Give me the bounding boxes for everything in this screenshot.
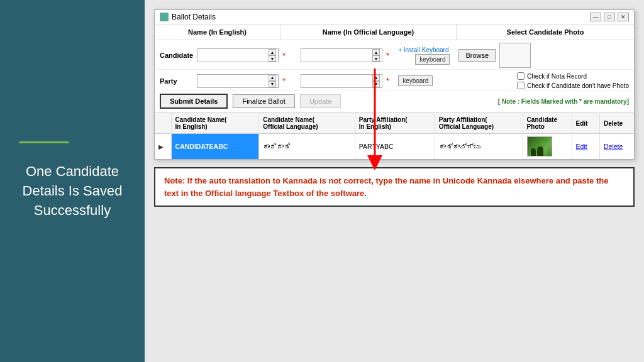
candidate-official-arrows[interactable]: ▲ ▼ [372, 49, 380, 62]
window-titlebar: Ballot Details — □ ✕ [155, 10, 634, 25]
party-official-required: * [386, 76, 389, 85]
col-party-en: Party Affiliation(In English) [355, 113, 435, 134]
candidate-photo-area: Browse [458, 43, 531, 68]
delete-cell[interactable]: Delete [600, 134, 634, 160]
edit-cell[interactable]: Edit [572, 134, 599, 160]
col-edit: Edit [572, 113, 599, 134]
browse-button[interactable]: Browse [458, 49, 496, 62]
arrow-up-2[interactable]: ▲ [372, 49, 380, 55]
candidate-form-row: Candidate ▲ ▼ * ▲ ▼ [155, 40, 634, 70]
candidate-name-en-cell: CANDIDATEABC [171, 134, 259, 160]
sidebar: One Candidate Details Is Saved Successfu… [0, 0, 145, 362]
note-box: Note: If the auto translation to Kannada… [154, 167, 635, 207]
window-body: Name (In English) Name (In Official Lang… [155, 25, 634, 159]
party-english-required: * [282, 76, 286, 85]
update-button[interactable]: Update [300, 94, 341, 108]
edit-link[interactable]: Edit [576, 143, 587, 150]
party-form-row: Party ▲ ▼ * ▲ ▼ [155, 70, 634, 91]
delete-link[interactable]: Delete [604, 143, 623, 150]
column-headers-row: Name (In English) Name (In Official Lang… [155, 25, 634, 40]
table-row: ▶ CANDIDATEABC ಕಾಂದಿದಾತಿ PARTYABC ಕಾತ್ಕಾ… [155, 134, 634, 160]
keyboard-area: + Install Keyboard keyboard [398, 47, 450, 65]
ballot-details-window: Ballot Details — □ ✕ Name (In English) N… [154, 9, 635, 160]
sidebar-accent-line [19, 141, 69, 143]
no-photo-label: Check if Candidate don't have Photo [527, 82, 629, 89]
col-photo: CandidatePhoto [523, 113, 572, 134]
row-arrow-cell: ▶ [155, 134, 171, 160]
checkbox-area: Check if Nota Record Check if Candidate … [517, 72, 629, 89]
close-button[interactable]: ✕ [618, 13, 629, 21]
maximize-button[interactable]: □ [604, 13, 615, 21]
candidate-official-required: * [386, 51, 389, 60]
arrow-down-3[interactable]: ▼ [269, 81, 276, 87]
candidate-english-required: * [282, 51, 286, 60]
candidate-english-combo[interactable]: ▲ ▼ [197, 48, 279, 62]
col-party-official: Party Affiliation(Official Language) [435, 113, 523, 134]
party-official-cell: ಕಾತ್ಕಾನ್ಗ್ಬು [435, 134, 523, 160]
party-en-cell: PARTYABC [355, 134, 435, 160]
window-controls[interactable]: — □ ✕ [590, 13, 629, 21]
action-bar: Submit Details Finalize Ballot Update [ … [155, 91, 634, 112]
arrow-up-4[interactable]: ▲ [372, 75, 380, 81]
minimize-button[interactable]: — [590, 13, 601, 21]
arrow-up[interactable]: ▲ [269, 49, 276, 55]
party-keyboard-button[interactable]: keyboard [398, 75, 433, 86]
party-english-combo[interactable]: ▲ ▼ [197, 74, 279, 88]
party-official-arrows[interactable]: ▲ ▼ [372, 75, 380, 87]
row-arrow-icon: ▶ [158, 143, 164, 150]
window-title-area: Ballot Details [160, 13, 216, 21]
candidate-label: Candidate [160, 52, 194, 59]
sidebar-message: One Candidate Details Is Saved Successfu… [13, 162, 132, 220]
col-candidate-official: Candidate Name(Official Language) [259, 113, 355, 134]
nota-checkbox-row: Check if Nota Record [517, 72, 629, 80]
mandatory-note: [ Note : Fields Marked with * are mandat… [498, 98, 629, 105]
submit-details-button[interactable]: Submit Details [160, 94, 228, 109]
candidate-photo-thumbnail [527, 136, 552, 156]
window-title-text: Ballot Details [172, 13, 216, 21]
no-photo-checkbox[interactable] [517, 82, 525, 89]
note-text: Note: If the auto translation to Kannada… [164, 176, 608, 198]
col-arrow [155, 113, 171, 134]
candidate-photo-cell [523, 134, 572, 160]
arrow-down[interactable]: ▼ [269, 55, 276, 62]
no-photo-checkbox-row: Check if Candidate don't have Photo [517, 82, 629, 89]
finalize-ballot-button[interactable]: Finalize Ballot [233, 94, 294, 108]
main-content: Ballot Details — □ ✕ Name (In English) N… [145, 0, 644, 362]
candidate-photo-preview [499, 43, 531, 68]
candidate-name-official-cell: ಕಾಂದಿದಾತಿ [259, 134, 355, 160]
window-icon [160, 13, 169, 21]
candidate-english-arrows[interactable]: ▲ ▼ [269, 49, 276, 62]
party-english-arrows[interactable]: ▲ ▼ [269, 75, 276, 87]
candidate-official-combo[interactable]: ▲ ▼ [301, 48, 382, 62]
candidate-keyboard-button[interactable]: keyboard [415, 54, 450, 65]
col-header-official: Name (In Official Language) [280, 25, 457, 40]
col-candidate-en: Candidate Name(In English) [171, 113, 259, 134]
col-delete: Delete [600, 113, 634, 134]
arrow-down-4[interactable]: ▼ [372, 81, 380, 87]
party-official-combo[interactable]: ▲ ▼ [301, 74, 382, 88]
candidates-table: Candidate Name(In English) Candidate Nam… [155, 112, 634, 159]
nota-checkbox[interactable] [517, 72, 525, 80]
party-label: Party [160, 77, 194, 85]
arrow-down-2[interactable]: ▼ [372, 55, 380, 62]
install-keyboard-link[interactable]: + Install Keyboard [398, 47, 448, 53]
col-header-english: Name (In English) [155, 25, 280, 40]
col-header-photo: Select Candidate Photo [457, 25, 634, 40]
nota-label: Check if Nota Record [527, 73, 587, 80]
arrow-up-3[interactable]: ▲ [269, 75, 276, 81]
